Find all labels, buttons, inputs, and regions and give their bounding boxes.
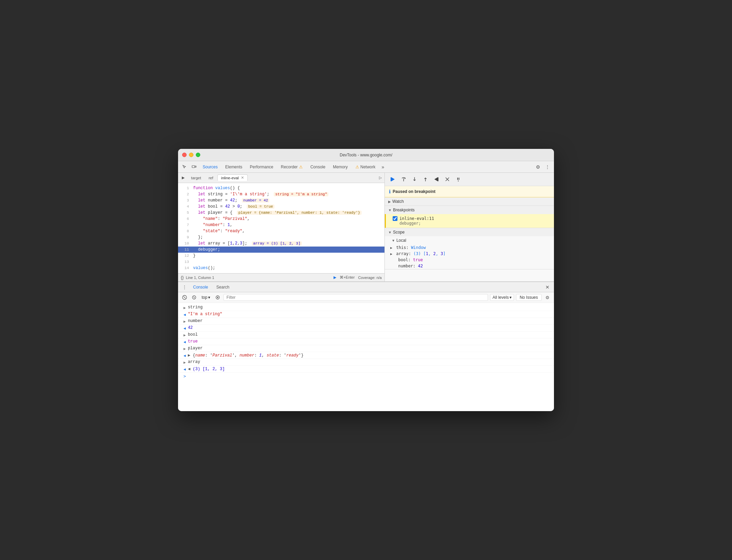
tab-recorder[interactable]: Recorder ⚠ — [277, 163, 306, 171]
watch-collapse-icon: ▶ — [388, 200, 391, 204]
issues-counter[interactable]: No Issues — [516, 294, 542, 301]
svg-rect-12 — [459, 178, 459, 180]
tab-console[interactable]: Console — [307, 163, 329, 171]
context-label: top — [202, 295, 207, 300]
levels-dropdown-icon: ▾ — [510, 295, 512, 300]
breakpoint-checkbox[interactable] — [393, 216, 397, 221]
minimize-button[interactable] — [189, 153, 193, 157]
settings-icon[interactable]: ⚙ — [533, 163, 542, 171]
console-entry-bool-out: ▶ bool — [178, 332, 554, 338]
step-over-button[interactable] — [399, 175, 408, 184]
code-line-9: 9 }; — [178, 234, 384, 240]
tab-elements[interactable]: Elements — [222, 163, 246, 171]
levels-label: All levels — [492, 295, 509, 300]
code-line-5: 5 let player = { player = {name: 'Parziv… — [178, 210, 384, 216]
curly-braces-icon[interactable]: {} — [181, 275, 184, 280]
tab-search-bottom[interactable]: Search — [213, 284, 233, 291]
left-panel: ▶ target ref inline-eval ✕ ▷ 1 — [178, 173, 385, 281]
console-entry-player-out: ▶ player — [178, 345, 554, 352]
step-out-button[interactable] — [421, 175, 430, 184]
tab-performance[interactable]: Performance — [246, 163, 277, 171]
code-line-4: 4 let bool = 42 > 0; bool = true — [178, 204, 384, 210]
bottom-panel: ⋮ Console Search ✕ top ▾ All levels — [178, 281, 554, 411]
svg-point-19 — [217, 297, 218, 298]
nav-bar: Sources Elements Performance Recorder ⚠ … — [178, 161, 554, 173]
code-line-8: 8 "state": "ready", — [178, 228, 384, 234]
cursor-position: Line 1, Column 1 — [186, 276, 214, 280]
console-panel-menu-icon[interactable]: ⋮ — [181, 283, 188, 291]
tab-console-bottom[interactable]: Console — [190, 284, 212, 291]
svg-marker-7 — [434, 177, 438, 181]
bottom-tabs: ⋮ Console Search ✕ — [178, 282, 554, 292]
code-line-12: 12 } — [178, 253, 384, 259]
scope-bool: bool: true — [385, 257, 554, 263]
resume-button[interactable] — [388, 175, 397, 184]
console-prompt[interactable]: > — [178, 373, 554, 380]
console-entry-string-out: ▶ string — [178, 304, 554, 311]
show-live-expression-icon[interactable] — [214, 294, 221, 301]
traffic-lights — [182, 153, 200, 157]
hide-network-icon[interactable] — [190, 294, 198, 301]
file-tab-ref[interactable]: ref — [205, 175, 216, 181]
log-levels-dropdown[interactable]: All levels ▾ — [490, 294, 514, 301]
file-tab-inline-eval[interactable]: inline-eval ✕ — [217, 174, 248, 181]
run-shortcut: ⌘+Enter — [340, 275, 355, 280]
breakpoint-file: inline-eval:11 — [399, 216, 434, 221]
tab-memory[interactable]: Memory — [329, 163, 351, 171]
more-tabs-icon[interactable]: ▷ — [378, 175, 383, 181]
console-entry-bool-val: ◀ true — [178, 338, 554, 345]
watch-label: Watch — [392, 199, 404, 204]
breakpoint-item: inline-eval:11 debugger; — [385, 214, 554, 228]
inspect-icon[interactable] — [180, 163, 189, 171]
step-into-button[interactable] — [410, 175, 419, 184]
breakpoints-header[interactable]: ▼ Breakpoints — [385, 206, 554, 214]
svg-line-17 — [193, 297, 195, 298]
svg-rect-8 — [438, 177, 438, 181]
file-panel-toggle[interactable]: ▶ — [179, 174, 187, 182]
file-tab-target[interactable]: target — [188, 175, 204, 181]
context-dropdown-icon: ▾ — [208, 295, 210, 300]
console-filter-input[interactable] — [223, 294, 488, 301]
status-bar: {} Line 1, Column 1 ▶ ⌘+Enter Coverage: … — [178, 273, 384, 281]
code-editor[interactable]: 1 function values() { 2 let string = 'I\… — [178, 183, 384, 273]
close-bottom-panel-icon[interactable]: ✕ — [544, 283, 551, 291]
code-line-6: 6 "name": "Parzival", — [178, 216, 384, 222]
main-content: ▶ target ref inline-eval ✕ ▷ 1 — [178, 173, 554, 281]
watch-header[interactable]: ▶ Watch — [385, 197, 554, 206]
breakpoint-statement: debugger; — [393, 221, 547, 226]
tab-sources[interactable]: Sources — [199, 163, 221, 171]
right-panel: ℹ Paused on breakpoint ▶ Watch ▼ Breakpo… — [385, 173, 554, 281]
expand-array-icon[interactable]: ◀ — [188, 367, 190, 372]
scope-this: ▶ this: Window — [385, 244, 554, 251]
close-tab-icon[interactable]: ✕ — [241, 176, 244, 180]
scope-collapse-icon: ▼ — [388, 230, 392, 234]
local-collapse-icon: ▼ — [392, 239, 395, 242]
code-line-13: 13 — [178, 259, 384, 265]
more-options-icon[interactable]: ⋮ — [543, 163, 552, 171]
device-toolbar-icon[interactable] — [190, 163, 199, 171]
console-entry-number-out: ▶ number — [178, 318, 554, 325]
step-back-button[interactable] — [432, 175, 441, 184]
console-entry-player-val: ◀ ▶ {name: 'Parzival', number: 1, state:… — [178, 352, 554, 359]
svg-rect-1 — [195, 166, 196, 167]
scope-label: Scope — [393, 230, 405, 235]
pause-exceptions-button[interactable] — [454, 175, 463, 184]
run-snippet-icon[interactable]: ▶ — [334, 275, 336, 280]
tab-network[interactable]: ⚠ Network — [352, 163, 379, 171]
deactivate-breakpoints-button[interactable] — [443, 175, 452, 184]
paused-banner: ℹ Paused on breakpoint — [385, 186, 554, 197]
network-warning-icon: ⚠ — [355, 165, 359, 169]
scope-array: ▶ array: (3) [1, 2, 3] — [385, 251, 554, 257]
console-settings-icon[interactable]: ⚙ — [544, 294, 551, 301]
code-line-10: 10 let array = [1,2,3]; array = (3) [1, … — [178, 240, 384, 247]
fullscreen-button[interactable] — [196, 153, 200, 157]
expand-player-icon[interactable]: ▶ — [188, 353, 190, 358]
scope-header[interactable]: ▼ Scope — [385, 228, 554, 236]
context-selector[interactable]: top ▾ — [200, 294, 212, 300]
nav-more-button[interactable]: » — [380, 163, 387, 171]
console-entry-array-val: ◀ ◀ (3) [1, 2, 3] — [178, 366, 554, 373]
local-scope-header[interactable]: ▼ Local — [385, 236, 554, 244]
clear-console-icon[interactable] — [181, 294, 188, 301]
debugger-toolbar — [385, 173, 554, 186]
close-button[interactable] — [182, 153, 187, 157]
